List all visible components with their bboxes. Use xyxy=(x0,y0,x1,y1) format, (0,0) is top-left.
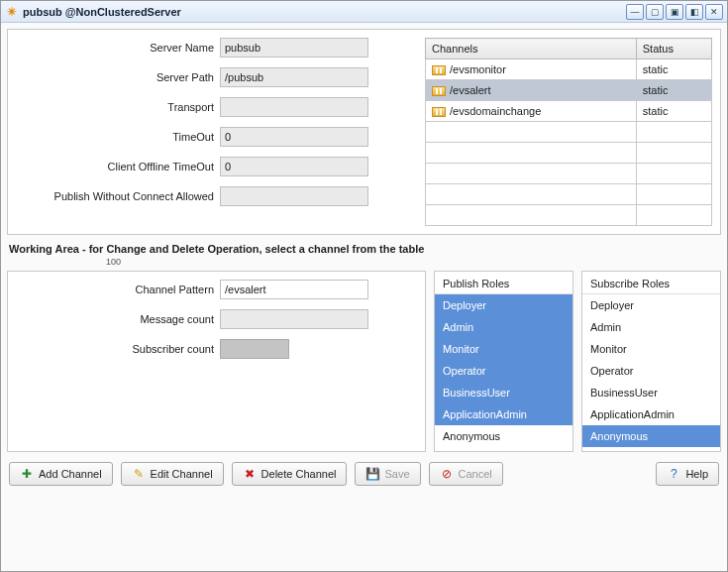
server-form: Server Name pubsub Server Path /pubsub T… xyxy=(16,38,417,226)
table-row xyxy=(426,184,712,205)
role-item[interactable]: Operator xyxy=(582,360,720,382)
working-area-sub: 100 xyxy=(106,257,721,267)
server-name-field[interactable]: pubsub xyxy=(220,38,368,57)
minimize-button[interactable]: — xyxy=(626,4,644,20)
subscriber-count-field xyxy=(220,339,289,359)
role-item[interactable]: Anonymous xyxy=(582,425,720,447)
save-icon: 💾 xyxy=(365,467,379,481)
role-item[interactable]: ApplicationAdmin xyxy=(435,403,572,425)
table-row xyxy=(426,122,712,143)
transport-field[interactable] xyxy=(220,97,368,117)
role-item[interactable]: Anonymous xyxy=(435,425,572,447)
role-item[interactable]: BusinessUser xyxy=(435,382,572,403)
channel-icon xyxy=(432,65,446,75)
restore-button[interactable]: ▢ xyxy=(646,4,664,20)
table-row xyxy=(426,143,712,164)
table-row xyxy=(426,205,712,226)
help-icon: ? xyxy=(667,467,680,481)
subscribe-roles-title: Subscribe Roles xyxy=(582,278,720,293)
save-button[interactable]: 💾 Save xyxy=(355,462,420,486)
role-item[interactable]: Operator xyxy=(435,360,572,382)
pubsub-window: ✴ pubsub @NonClusteredServer — ▢ ▣ ◧ ✕ S… xyxy=(0,0,728,572)
server-name-label: Server Name xyxy=(16,42,214,54)
delete-icon: ✖ xyxy=(243,467,257,481)
col-status[interactable]: Status xyxy=(636,39,711,59)
channel-name: /evsalert xyxy=(450,84,491,96)
table-row[interactable]: /evsalertstatic xyxy=(426,80,712,101)
subscriber-count-label: Subscriber count xyxy=(16,343,214,355)
client-offline-label: Client Offline TimeOut xyxy=(16,161,214,172)
working-area-heading: Working Area - for Change and Delete Ope… xyxy=(7,239,721,255)
cancel-icon: ⊘ xyxy=(440,467,454,481)
server-path-label: Server Path xyxy=(16,71,214,83)
table-row[interactable]: /evsmonitorstatic xyxy=(426,59,712,80)
timeout-label: TimeOut xyxy=(16,131,214,143)
add-channel-button[interactable]: ✚ Add Channel xyxy=(9,462,113,486)
cancel-button[interactable]: ⊘ Cancel xyxy=(429,462,503,486)
delete-channel-button[interactable]: ✖ Delete Channel xyxy=(232,462,348,486)
server-path-field[interactable]: /pubsub xyxy=(220,67,368,87)
role-item[interactable]: Admin xyxy=(435,316,572,338)
role-item[interactable]: Admin xyxy=(582,316,720,338)
role-item[interactable]: Deployer xyxy=(435,294,572,316)
channel-icon xyxy=(432,107,446,117)
publish-roles-box: Publish Roles DeployerAdminMonitorOperat… xyxy=(434,271,573,452)
message-count-field xyxy=(220,309,368,329)
table-row xyxy=(426,164,712,184)
publish-roles-title: Publish Roles xyxy=(435,278,572,293)
pubsub-icon: ✴ xyxy=(5,5,19,19)
window-title: pubsub @NonClusteredServer xyxy=(23,6,181,18)
channel-icon xyxy=(432,86,446,96)
role-item[interactable]: ApplicationAdmin xyxy=(582,403,720,425)
toolbar: ✚ Add Channel ✎ Edit Channel ✖ Delete Ch… xyxy=(7,456,721,488)
channels-table[interactable]: Channels Status /evsmonitorstatic/evsale… xyxy=(425,38,712,226)
role-item[interactable]: Monitor xyxy=(435,338,572,360)
titlebar: ✴ pubsub @NonClusteredServer — ▢ ▣ ◧ ✕ xyxy=(1,1,727,23)
detach-button[interactable]: ◧ xyxy=(685,4,703,20)
message-count-label: Message count xyxy=(16,313,214,325)
timeout-field[interactable]: 0 xyxy=(220,127,368,147)
table-row[interactable]: /evsdomainchangestatic xyxy=(426,101,712,122)
subscribe-roles-box: Subscribe Roles DeployerAdminMonitorOper… xyxy=(581,271,721,452)
role-item[interactable]: Deployer xyxy=(582,294,720,316)
transport-label: Transport xyxy=(16,101,214,113)
pwca-label: Publish Without Connect Allowed xyxy=(16,190,214,202)
channel-pattern-field[interactable]: /evsalert xyxy=(220,280,368,299)
channel-name: /evsmonitor xyxy=(450,63,506,75)
role-item[interactable]: Monitor xyxy=(582,338,720,360)
close-button[interactable]: ✕ xyxy=(705,4,723,20)
edit-channel-button[interactable]: ✎ Edit Channel xyxy=(121,462,224,486)
edit-icon: ✎ xyxy=(132,467,146,481)
help-button[interactable]: ? Help xyxy=(656,462,719,486)
pwca-field[interactable] xyxy=(220,186,368,206)
channel-status: static xyxy=(636,59,711,80)
client-offline-field[interactable]: 0 xyxy=(220,157,368,176)
channel-status: static xyxy=(636,101,711,122)
working-form: Channel Pattern /evsalert Message count … xyxy=(7,271,426,452)
add-icon: ✚ xyxy=(20,467,34,481)
role-item[interactable]: BusinessUser xyxy=(582,382,720,403)
channel-pattern-label: Channel Pattern xyxy=(16,284,214,295)
channel-status: static xyxy=(636,80,711,101)
maximize-button[interactable]: ▣ xyxy=(666,4,683,20)
channel-name: /evsdomainchange xyxy=(450,105,541,117)
col-channels[interactable]: Channels xyxy=(426,39,637,59)
